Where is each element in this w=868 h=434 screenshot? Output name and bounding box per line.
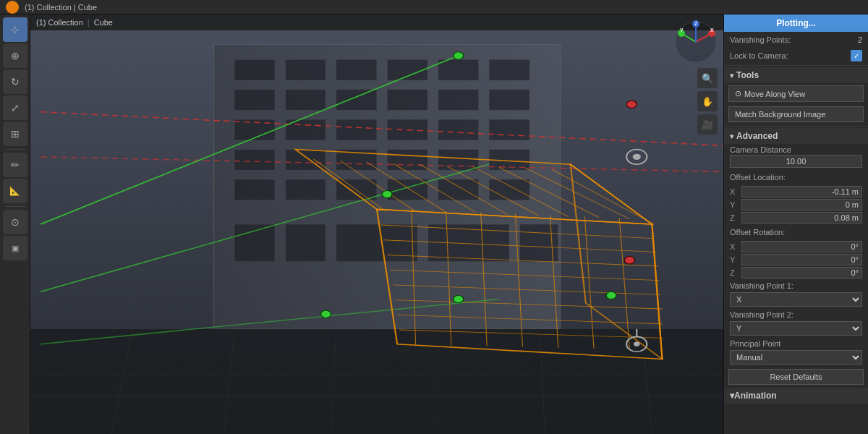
- offset-rotation-row: Offset Rotation:: [724, 224, 868, 240]
- camera-distance-group: Camera Distance: [724, 144, 868, 169]
- lock-camera-label: Lock to Camera:: [730, 51, 851, 60]
- offset-x-input[interactable]: [741, 186, 862, 197]
- viewport-3d[interactable]: (1) Collection | Cube X Y Z: [30, 14, 723, 434]
- measure-tool[interactable]: 📐: [3, 179, 27, 203]
- svg-rect-9: [285, 90, 326, 111]
- svg-rect-20: [234, 149, 275, 170]
- svg-rect-3: [285, 59, 326, 80]
- breadcrumb: (1) Collection | Cube: [30, 14, 723, 30]
- rot-x-label: X: [730, 242, 741, 251]
- svg-rect-26: [234, 179, 275, 200]
- vp2-select[interactable]: Y X Z: [730, 321, 862, 336]
- toolbar-divider-1: [5, 149, 25, 150]
- hide-tool[interactable]: ▣: [3, 236, 27, 260]
- svg-text:X: X: [710, 27, 714, 33]
- transform-tool[interactable]: ⊞: [3, 122, 27, 146]
- match-bg-label: Match Background Image: [735, 110, 825, 119]
- rot-x-row: X: [724, 240, 868, 253]
- viewport-tools: 🔍 ✋ 🎥: [697, 68, 718, 135]
- rot-y-input[interactable]: [741, 254, 862, 265]
- principal-point-select[interactable]: Manual Auto: [730, 350, 862, 365]
- transform-icon: ⊞: [11, 128, 20, 140]
- vanishing-points-value: 2: [858, 35, 862, 44]
- blender-logo: [6, 1, 19, 14]
- rot-x-input[interactable]: [741, 241, 862, 252]
- svg-point-87: [626, 101, 637, 108]
- offset-z-label: Z: [730, 213, 741, 222]
- rot-y-row: Y: [724, 253, 868, 266]
- svg-rect-6: [438, 59, 479, 80]
- tools-section-header[interactable]: ▾ Tools: [724, 67, 868, 83]
- hide-icon: ▣: [12, 244, 19, 253]
- svg-rect-4: [336, 59, 377, 80]
- scale-tool[interactable]: ⤢: [3, 95, 27, 120]
- origin-tool[interactable]: ⊙: [3, 210, 27, 234]
- offset-z-input[interactable]: [741, 212, 862, 224]
- svg-point-90: [624, 257, 634, 264]
- svg-point-83: [382, 190, 392, 197]
- rotate-tool[interactable]: ↻: [3, 69, 27, 94]
- principal-point-label: Principal Point: [724, 337, 868, 349]
- reset-defaults-button[interactable]: Reset Defaults: [728, 369, 864, 385]
- svg-rect-27: [285, 179, 326, 200]
- svg-rect-35: [427, 224, 509, 262]
- svg-rect-31: [489, 179, 529, 200]
- cursor-tool[interactable]: ⊹: [3, 17, 27, 42]
- svg-point-92: [634, 342, 639, 346]
- animation-section-header[interactable]: ▾ Animation: [724, 388, 868, 404]
- svg-rect-24: [438, 149, 479, 170]
- viewport-scene: [30, 14, 723, 434]
- vp2-dropdown-row: Y X Z: [724, 320, 868, 337]
- svg-rect-19: [489, 119, 529, 140]
- move-along-view-button[interactable]: ⊙ Move Along View: [728, 85, 864, 102]
- advanced-label: Advanced: [736, 131, 778, 141]
- offset-x-row: X: [724, 185, 868, 198]
- camera-distance-label: Camera Distance: [730, 145, 862, 154]
- svg-rect-8: [234, 90, 275, 111]
- camera-distance-input[interactable]: [730, 155, 862, 168]
- offset-y-input[interactable]: [741, 199, 862, 210]
- animation-label: Animation: [734, 391, 777, 401]
- svg-rect-23: [387, 149, 427, 170]
- vanishing-points-label: Vanishing Points:: [730, 35, 858, 44]
- offset-y-row: Y: [724, 198, 868, 211]
- offset-z-row: Z: [724, 211, 868, 224]
- offset-rotation-label: Offset Rotation:: [730, 228, 862, 237]
- svg-point-84: [606, 292, 616, 299]
- separator-1: [724, 65, 868, 66]
- svg-text:Z: Z: [694, 21, 698, 26]
- tools-arrow: ▾: [730, 72, 733, 80]
- svg-rect-12: [438, 90, 479, 111]
- offset-location-row: Offset Location:: [724, 169, 868, 185]
- svg-rect-34: [336, 224, 418, 262]
- hand-tool[interactable]: ✋: [697, 91, 718, 111]
- offset-y-label: Y: [730, 200, 741, 209]
- svg-text:Y: Y: [680, 27, 684, 33]
- vp1-label: Vanishing Point 1:: [724, 279, 868, 291]
- plotting-button[interactable]: Plotting...: [724, 14, 868, 32]
- top-bar: (1) Collection | Cube: [0, 0, 868, 14]
- advanced-section-header[interactable]: ▾ Advanced: [724, 128, 868, 144]
- lock-camera-checkbox[interactable]: ✓: [851, 50, 862, 61]
- svg-rect-13: [489, 90, 529, 111]
- rotate-icon: ↻: [11, 76, 20, 88]
- right-panel: Plotting... Vanishing Points: 2 Lock to …: [723, 14, 868, 434]
- main-area: ⊹ ⊕ ↻ ⤢ ⊞ ✏ 📐 ⊙ ▣: [0, 14, 868, 434]
- zoom-tool[interactable]: 🔍: [697, 68, 718, 88]
- rot-z-label: Z: [730, 268, 741, 277]
- rot-z-input[interactable]: [741, 267, 862, 278]
- toolbar-divider-2: [5, 206, 25, 207]
- svg-rect-33: [285, 224, 326, 262]
- match-bg-image-button[interactable]: Match Background Image: [728, 106, 864, 122]
- cursor-icon: ⊹: [11, 24, 20, 35]
- vp2-label: Vanishing Point 2:: [724, 308, 868, 320]
- annotate-icon: ✏: [11, 159, 20, 171]
- navigation-gizmo[interactable]: X Y Z: [674, 20, 718, 64]
- svg-rect-38: [30, 329, 723, 434]
- advanced-arrow: ▾: [730, 132, 733, 140]
- move-tool[interactable]: ⊕: [3, 43, 27, 68]
- annotate-tool[interactable]: ✏: [3, 153, 27, 177]
- svg-rect-7: [489, 59, 529, 80]
- camera-view-tool[interactable]: 🎥: [697, 114, 718, 135]
- vp1-select[interactable]: X Y Z: [730, 292, 862, 307]
